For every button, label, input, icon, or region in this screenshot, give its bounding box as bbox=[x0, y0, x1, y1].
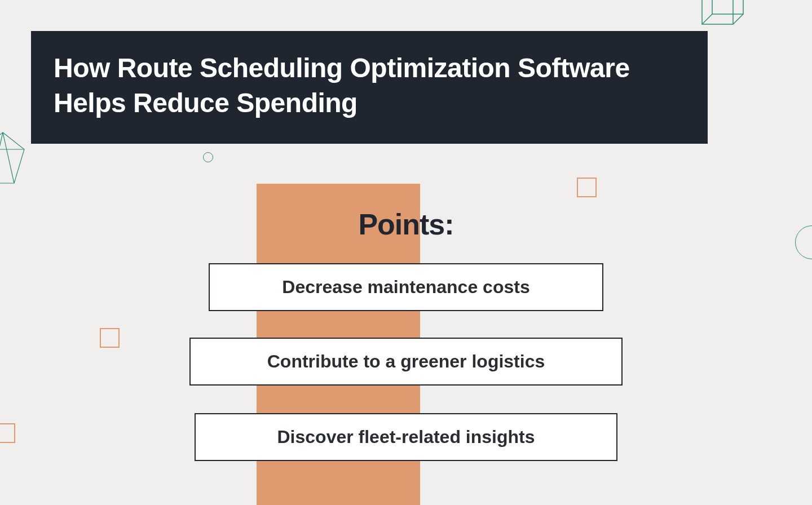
decorative-square-icon bbox=[100, 328, 120, 348]
points-heading: Points: bbox=[358, 207, 453, 241]
decorative-square-icon bbox=[0, 423, 15, 443]
svg-line-4 bbox=[702, 14, 712, 24]
page-title: How Route Scheduling Optimization Softwa… bbox=[54, 51, 685, 121]
decorative-circle-icon bbox=[203, 152, 213, 162]
svg-line-5 bbox=[733, 14, 743, 24]
decorative-crystal-icon bbox=[0, 130, 31, 194]
point-item: Contribute to a greener logistics bbox=[189, 338, 623, 386]
svg-rect-1 bbox=[712, 0, 743, 14]
svg-line-7 bbox=[0, 132, 3, 183]
decorative-square-icon bbox=[577, 178, 597, 197]
point-item: Decrease maintenance costs bbox=[209, 263, 603, 311]
title-banner: How Route Scheduling Optimization Softwa… bbox=[31, 31, 708, 144]
point-item: Discover fleet-related insights bbox=[195, 413, 617, 461]
svg-rect-0 bbox=[702, 0, 733, 24]
decorative-circle-icon bbox=[795, 225, 812, 259]
